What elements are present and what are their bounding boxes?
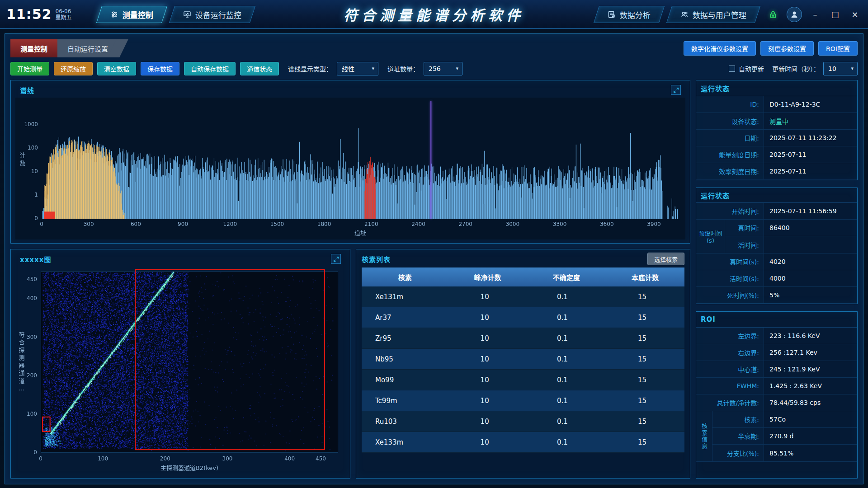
display-type-label: 谱线显示类型： [288, 64, 332, 73]
nuclide-row[interactable]: Xe131m100.115 [362, 286, 684, 307]
nuclide-value: 15 [606, 390, 684, 411]
user-avatar-button[interactable] [787, 7, 802, 22]
info-value: 2025-07-11 [764, 163, 857, 179]
nuclide-row[interactable]: Ar37100.115 [362, 307, 684, 328]
nuclide-name: Ar37 [362, 307, 448, 328]
info-label: 能量刻度日期: [696, 146, 764, 163]
nav-data-analysis[interactable]: 数据分析 [594, 6, 665, 23]
info-label: 中心道: [696, 361, 764, 377]
nuclide-name: Ru103 [362, 411, 448, 432]
maximize-button[interactable]: □ [828, 8, 842, 21]
nuclide-value: 15 [606, 349, 684, 369]
scatter-expand-button[interactable] [331, 254, 341, 264]
nuclide-value: 0.1 [527, 307, 606, 328]
nuclide-value: 15 [606, 432, 684, 452]
info-row: 能量刻度日期:2025-07-11 [696, 146, 857, 163]
chevron-down-icon: ▾ [851, 66, 854, 71]
info-label: 真时间(s): [696, 253, 764, 270]
chevron-down-icon: ▾ [372, 66, 374, 71]
nuclide-row[interactable]: Nb95100.115 [362, 349, 684, 370]
info-row: 死时间(%):5% [696, 287, 857, 304]
info-value: 2025-07-11 [764, 146, 857, 163]
roi-rows: 左边界:223 : 116.6 KeV右边界:256 :127.1 Kev中心道… [696, 327, 857, 462]
nuclide-value: 15 [606, 328, 684, 348]
nuclide-row[interactable]: Mo99100.115 [362, 370, 684, 390]
minimize-button[interactable]: – [808, 8, 822, 21]
scatter-panel-title: xxxxx图 [20, 254, 51, 264]
nav-user-management[interactable]: 数据与用户管理 [666, 6, 760, 23]
select-nuclide-button[interactable]: 选择核素 [647, 253, 684, 265]
spectrum-panel-title: 谱线 [20, 85, 34, 95]
nuclide-panel-title: 核素列表 [362, 254, 391, 264]
nuclide-value: 10 [448, 286, 527, 307]
weekday-display: 星期五 [56, 14, 72, 21]
chevron-down-icon: ▾ [456, 66, 458, 71]
nav-measure-control[interactable]: 测量控制 [96, 6, 167, 23]
info-row: 设备状态:测量中 [696, 113, 857, 130]
roi-config-button[interactable]: ROI配置 [818, 41, 858, 56]
coincidence-scatter-chart[interactable] [15, 267, 345, 474]
info-row: 效率刻度日期:2025-07-11 [696, 163, 857, 180]
comm-status-button[interactable]: 通信状态 [240, 62, 279, 75]
connection-status-button[interactable] [766, 8, 780, 21]
tab-auto-run-settings[interactable]: 自动运行设置 [57, 39, 118, 57]
nuclide-name: Xe131m [362, 286, 448, 307]
info-label: 死时间(%): [696, 287, 764, 303]
nuclide-value: 10 [448, 411, 527, 432]
nuclide-row[interactable]: Tc99m100.115 [362, 390, 684, 411]
info-label: 活时间: [725, 236, 764, 253]
info-label: ID: [696, 96, 764, 113]
header: 11:52 06-06 星期五 测量控制 设备运行监控 符合测量能谱分析软件 数 [0, 0, 868, 29]
nuclide-value: 0.1 [527, 370, 606, 390]
auto-save-button[interactable]: 自动保存数据 [184, 62, 236, 75]
nav-device-monitor[interactable]: 设备运行监控 [169, 6, 255, 23]
roi-panel: ROI 左边界:223 : 116.6 KeV右边界:256 :127.1 Ke… [696, 311, 858, 479]
tab-measure-control[interactable]: 测量控制 [10, 39, 57, 57]
info-label: 核素: [712, 411, 764, 427]
update-interval-select[interactable]: 10 ▾ [823, 62, 858, 75]
start-measure-button[interactable]: 开始测量 [10, 62, 49, 75]
preset-time-group: 预设时间(s)真时间:86400活时间: [696, 220, 857, 253]
nuclide-value: 10 [448, 307, 527, 328]
spectrum-chart[interactable] [15, 98, 685, 239]
clear-data-button[interactable]: 清空数据 [97, 62, 136, 75]
auto-update-checkbox[interactable] [729, 66, 735, 72]
nuclide-value: 10 [448, 349, 527, 369]
info-value: 85.51% [764, 445, 857, 461]
display-type-select[interactable]: 线性 ▾ [337, 62, 378, 75]
close-button[interactable]: × [848, 8, 862, 21]
info-row: 核素:57Co [712, 411, 857, 428]
date-display: 06-06 [56, 8, 72, 14]
channel-count-label: 道址数量： [387, 64, 419, 73]
info-row: 总计数/净计数:78.44/59.83 cps [696, 394, 857, 411]
timing-status-panel: 运行状态 开始时间:2025-07-11 11:56:59预设时间(s)真时间:… [696, 188, 858, 304]
digitizer-params-button[interactable]: 数字化谱仪参数设置 [684, 41, 756, 56]
info-value: 270.9 d [764, 428, 857, 444]
info-row: 日期:2025-07-11 11:23:22 [696, 130, 857, 146]
nuclide-row[interactable]: Zr95100.115 [362, 328, 684, 349]
nuclide-name: Tc99m [362, 390, 448, 411]
calibration-params-button[interactable]: 刻度参数设置 [760, 41, 814, 56]
nuclide-name: Mo99 [362, 370, 448, 390]
info-value: 2025-07-11 11:23:22 [764, 130, 857, 146]
nuclide-name: Nb95 [362, 349, 448, 369]
nuclide-name: Xe133m [362, 432, 448, 452]
save-data-button[interactable]: 保存数据 [141, 62, 179, 75]
status-panel-title: 运行状态 [701, 84, 730, 93]
info-label: 日期: [696, 130, 764, 146]
column-header: 峰净计数 [448, 267, 527, 286]
nuclide-info-label: 核素信息 [696, 411, 712, 461]
column-header: 不确定度 [527, 267, 606, 286]
nuclide-value: 0.1 [527, 349, 606, 369]
info-value: 86400 [764, 220, 857, 236]
spectrum-expand-button[interactable] [671, 85, 681, 95]
nuclide-list-panel: 核素列表 选择核素 核素峰净计数不确定度本底计数 Xe131m100.115Ar… [356, 249, 690, 479]
nuclide-value: 15 [606, 370, 684, 390]
nuclide-row[interactable]: Ru103100.115 [362, 411, 684, 432]
info-label: 效率刻度日期: [696, 163, 764, 179]
column-header: 本底计数 [606, 267, 684, 286]
nuclide-row[interactable]: Xe133m100.115 [362, 432, 684, 453]
channel-count-select[interactable]: 256 ▾ [424, 62, 462, 75]
reset-zoom-button[interactable]: 还原缩放 [54, 62, 93, 75]
lock-icon [769, 10, 778, 19]
